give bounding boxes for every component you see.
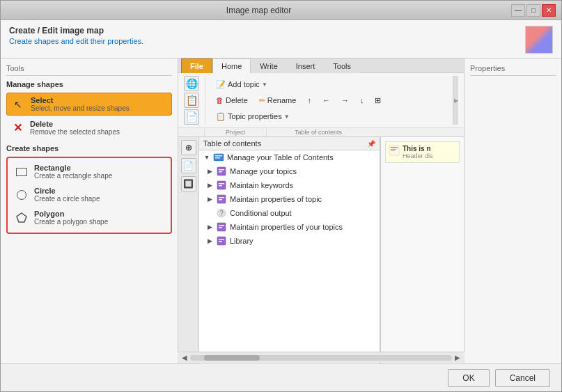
svg-rect-11: [219, 197, 224, 198]
header-text: Create / Edit image map Create shapes an…: [9, 26, 143, 45]
scroll-left-arrow[interactable]: ◀: [179, 354, 190, 361]
rename-button[interactable]: ✏ Rename: [254, 94, 302, 107]
header-subtitle: Create shapes and edit their properties.: [9, 37, 143, 45]
delete-button[interactable]: 🗑 Delete: [211, 94, 253, 107]
svg-rect-3: [215, 157, 220, 159]
scrollbar-track[interactable]: [190, 355, 452, 361]
tab-write[interactable]: Write: [251, 58, 286, 73]
tree-icon-library: [216, 235, 227, 246]
rectangle-tool-name: Rectangle: [34, 164, 112, 172]
tree-expander-prop-topics[interactable]: ▶: [205, 222, 214, 232]
circle-tool-desc: Create a circle shape: [34, 195, 100, 203]
toc-group-label: Table of contents: [267, 128, 370, 136]
delete-icon: ✕: [10, 121, 24, 135]
tree-item-prop-topic[interactable]: ▶ Maintain properties of topic: [199, 192, 380, 206]
circle-tool-name: Circle: [34, 187, 100, 195]
tab-home[interactable]: Home: [212, 58, 251, 73]
svg-rect-8: [219, 183, 224, 185]
tab-tools[interactable]: Tools: [324, 58, 360, 73]
tree-item-prop-topics[interactable]: ▶ Maintain properties of your topics: [199, 220, 380, 234]
tree-header: Table of contents 📌: [199, 137, 380, 150]
project-group-label: Project: [205, 128, 267, 136]
tree-item-topics[interactable]: ▶ Manage your topics: [199, 164, 380, 178]
tree-item-keywords[interactable]: ▶ Maintain keywords: [199, 178, 380, 192]
ribbon-row-1: 📝 Add topic ▼: [211, 78, 450, 91]
scrollbar-thumb[interactable]: [204, 355, 260, 361]
main-content: Tools Manage shapes ↖ Select Select, mov…: [1, 58, 561, 363]
tree-label-keywords: Maintain keywords: [230, 181, 293, 189]
move-up-button[interactable]: ↑: [302, 94, 316, 107]
ribbon-icon-3[interactable]: 📄: [184, 109, 199, 125]
maximize-button[interactable]: □: [526, 4, 540, 17]
ok-button[interactable]: OK: [448, 369, 489, 387]
delete-icon-ribbon: 🗑: [216, 96, 224, 104]
ribbon-row-3: 📋 Topic properties ▼: [211, 110, 450, 123]
ribbon: File Home Write Insert Tools 🌐 📋: [178, 58, 464, 137]
polygon-tool-desc: Create a polygon shape: [34, 218, 108, 226]
add-topic-button[interactable]: 📝 Add topic ▼: [211, 78, 272, 91]
up-arrow-icon: ↑: [307, 96, 311, 104]
preview-subtitle: Header dis: [403, 152, 433, 159]
tree-label-root: Manage your Table of Contents: [227, 153, 334, 162]
manage-shapes-title: Manage shapes: [6, 80, 172, 88]
bottom-bar: OK Cancel: [1, 363, 561, 391]
cancel-button[interactable]: Cancel: [495, 369, 550, 387]
ribbon-icon-2[interactable]: 📋: [184, 93, 199, 108]
minimize-button[interactable]: —: [511, 4, 525, 17]
polygon-tool[interactable]: Polygon Create a polygon shape: [10, 207, 168, 228]
tree-item-root[interactable]: ▼ Manage your Table of Contents: [199, 150, 380, 164]
move-left-button[interactable]: ←: [318, 94, 335, 107]
vtool-1[interactable]: ⊕: [181, 140, 196, 155]
tree-expander-topics[interactable]: ▶: [205, 166, 214, 176]
add-topic-label: Add topic: [228, 80, 260, 88]
tree-expander-library[interactable]: ▶: [205, 236, 214, 246]
vtool-3[interactable]: 🔲: [181, 176, 196, 191]
extra-icon: ⊞: [375, 96, 381, 105]
svg-rect-20: [219, 241, 222, 242]
add-topic-icon: 📝: [216, 80, 226, 89]
topic-properties-button[interactable]: 📋 Topic properties ▼: [211, 110, 295, 123]
move-down-button[interactable]: ↓: [355, 94, 369, 107]
rectangle-tool[interactable]: Rectangle Create a rectangle shape: [10, 161, 168, 182]
svg-rect-17: [219, 227, 222, 228]
tools-panel: Tools Manage shapes ↖ Select Select, mov…: [1, 58, 178, 363]
add-topic-dropdown-icon: ▼: [262, 81, 267, 88]
tree-expander-root[interactable]: ▼: [202, 152, 212, 162]
delete-tool[interactable]: ✕ Delete Remove the selected shapes: [6, 117, 172, 139]
extra-button[interactable]: ⊞: [370, 94, 386, 107]
title-bar: Image map editor — □ ✕: [1, 1, 561, 20]
select-tool[interactable]: ↖ Select Select, move and resize shapes: [6, 93, 172, 116]
tab-insert[interactable]: Insert: [287, 58, 325, 73]
select-icon: ↖: [11, 97, 25, 111]
svg-text:?: ?: [219, 210, 224, 217]
tree-expander-keywords[interactable]: ▶: [205, 180, 214, 190]
circle-tool[interactable]: Circle Create a circle shape: [10, 184, 168, 205]
tree-expander-prop-topic[interactable]: ▶: [205, 194, 214, 204]
tree-icon-topics: [216, 166, 227, 177]
tree-label-prop-topics: Maintain properties of your topics: [230, 223, 343, 231]
header-image: [525, 26, 553, 54]
tree-panel: Table of contents 📌 ▼: [199, 137, 380, 363]
topic-properties-label: Topic properties: [228, 112, 282, 120]
svg-rect-24: [391, 150, 395, 151]
vtool-2[interactable]: 📄: [181, 158, 196, 173]
tree-item-library[interactable]: ▶ Library: [199, 234, 380, 248]
tab-file[interactable]: File: [181, 58, 212, 73]
preview-panel: This is n Header dis: [380, 137, 464, 363]
polygon-icon: [15, 211, 29, 225]
create-shapes-title: Create shapes: [6, 144, 172, 152]
left-arrow-icon: ←: [322, 96, 330, 104]
tree-label-conditional: Conditional output: [230, 209, 292, 217]
ribbon-icon-1[interactable]: 🌐: [184, 76, 199, 91]
tree-pin-icon[interactable]: 📌: [367, 140, 375, 148]
main-window: Image map editor — □ ✕ Create / Edit ima…: [0, 0, 562, 392]
down-arrow-icon: ↓: [360, 96, 364, 104]
tree-item-conditional[interactable]: ? Conditional output: [199, 206, 380, 220]
move-right-button[interactable]: →: [336, 94, 354, 107]
close-button[interactable]: ✕: [542, 4, 556, 17]
scroll-right-arrow[interactable]: ▶: [452, 354, 463, 361]
center-main: ⊕ 📄 🔲 Table of contents 📌 ▼: [178, 137, 464, 363]
circle-icon: [15, 188, 29, 202]
create-shapes-box: Rectangle Create a rectangle shape Circl…: [6, 157, 172, 234]
delete-label: Delete: [226, 96, 248, 104]
